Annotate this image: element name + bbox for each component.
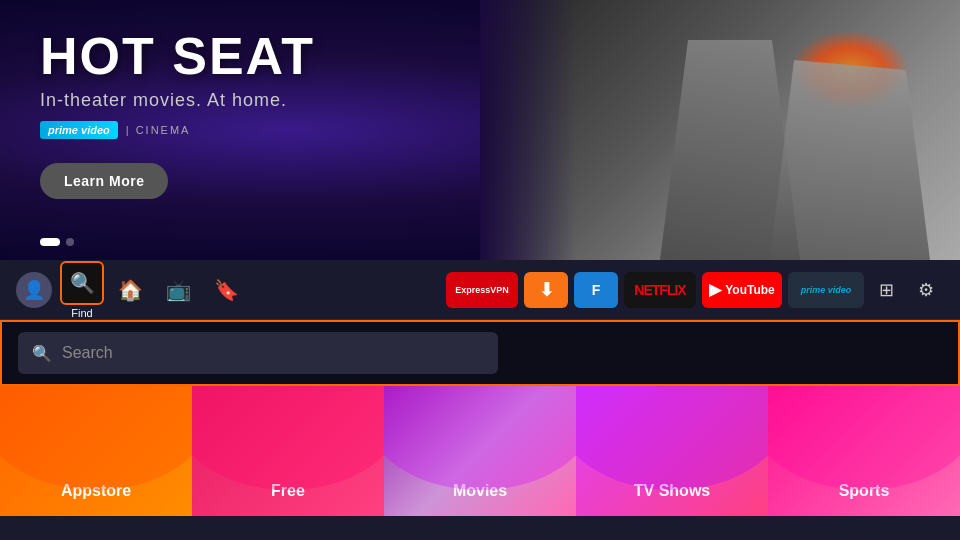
figure-right xyxy=(770,60,930,260)
downloader-label: ⬇ xyxy=(539,279,554,301)
hero-content: HOT SEAT In-theater movies. At home. pri… xyxy=(40,30,315,199)
learn-more-button[interactable]: Learn More xyxy=(40,163,168,199)
hero-dots xyxy=(40,238,74,246)
expressvpn-app[interactable]: ExpressVPN xyxy=(446,272,518,308)
category-appstore-label: Appstore xyxy=(61,482,131,500)
category-tvshows[interactable]: TV Shows xyxy=(576,386,768,516)
find-label: Find xyxy=(71,307,92,319)
category-free[interactable]: Free xyxy=(192,386,384,516)
dot-2[interactable] xyxy=(66,238,74,246)
hero-subtitle: In-theater movies. At home. xyxy=(40,90,315,111)
category-movies-label: Movies xyxy=(453,482,507,500)
fdroid-label: F xyxy=(592,282,601,298)
dot-1[interactable] xyxy=(40,238,60,246)
netflix-app[interactable]: NETFLIX xyxy=(624,272,696,308)
category-tvshows-label: TV Shows xyxy=(634,482,710,500)
youtube-label: YouTube xyxy=(725,283,775,297)
prime-video-app[interactable]: prime video xyxy=(788,272,864,308)
youtube-app[interactable]: ▶ YouTube xyxy=(702,272,782,308)
search-bar[interactable]: 🔍 Search xyxy=(18,332,498,374)
prime-badge: prime video | CINEMA xyxy=(40,121,315,139)
category-movies[interactable]: Movies xyxy=(384,386,576,516)
prime-logo: prime video xyxy=(40,121,118,139)
fdroid-app[interactable]: F xyxy=(574,272,618,308)
category-free-label: Free xyxy=(271,482,305,500)
netflix-label: NETFLIX xyxy=(634,282,685,298)
category-appstore[interactable]: Appstore xyxy=(0,386,192,516)
prime-cinema-label: | CINEMA xyxy=(126,124,191,136)
settings-icon[interactable]: ⚙ xyxy=(908,272,944,308)
find-button[interactable]: 🔍 Find xyxy=(60,261,104,319)
youtube-play-icon: ▶ xyxy=(709,280,721,299)
search-icon: 🔍 xyxy=(32,344,52,363)
tv-icon[interactable]: 📺 xyxy=(156,268,200,312)
expressvpn-label: ExpressVPN xyxy=(455,285,509,295)
search-placeholder: Search xyxy=(62,344,113,362)
categories-row: Appstore Free Movies TV Shows Sports xyxy=(0,386,960,516)
search-section: 🔍 Search xyxy=(0,320,960,386)
apps-row: ExpressVPN ⬇ F NETFLIX ▶ YouTube prime v… xyxy=(446,272,864,308)
category-sports[interactable]: Sports xyxy=(768,386,960,516)
prime-video-label: prime video xyxy=(801,285,852,295)
downloader-app[interactable]: ⬇ xyxy=(524,272,568,308)
avatar[interactable]: 👤 xyxy=(16,272,52,308)
hero-image xyxy=(480,0,960,260)
navigation-bar: 👤 🔍 Find 🏠 📺 🔖 ExpressVPN ⬇ F NETFLIX ▶ … xyxy=(0,260,960,320)
bookmark-icon[interactable]: 🔖 xyxy=(204,268,248,312)
category-sports-label: Sports xyxy=(839,482,890,500)
hero-banner: HOT SEAT In-theater movies. At home. pri… xyxy=(0,0,960,260)
search-nav-icon[interactable]: 🔍 xyxy=(60,261,104,305)
home-icon[interactable]: 🏠 xyxy=(108,268,152,312)
grid-icon[interactable]: ⊞ xyxy=(868,272,904,308)
hero-title: HOT SEAT xyxy=(40,30,315,82)
